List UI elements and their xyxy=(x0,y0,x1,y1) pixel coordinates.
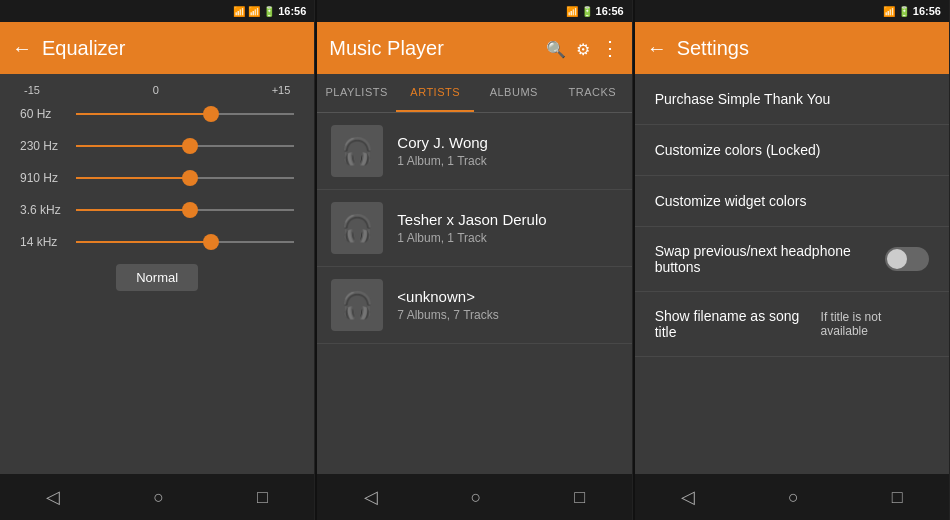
eq-thumb-1[interactable] xyxy=(182,138,198,154)
equalizer-content: -15 0 +15 60 Hz230 Hz910 Hz3.6 kHz14 kHz… xyxy=(0,74,314,474)
artist-info-2: <unknown>7 Albums, 7 Tracks xyxy=(397,288,498,322)
headphones-icon-2: 🎧 xyxy=(341,290,373,321)
artist-sub-2: 7 Albums, 7 Tracks xyxy=(397,308,498,322)
eq-band-row-4: 14 kHz xyxy=(20,232,294,252)
settings-label-0: Purchase Simple Thank You xyxy=(655,91,831,107)
tab-albums[interactable]: ALBUMS xyxy=(474,74,553,112)
settings-item-2[interactable]: Customize widget colors xyxy=(635,176,949,227)
tab-artists[interactable]: ARTISTS xyxy=(396,74,475,112)
eq-band-row-0: 60 Hz xyxy=(20,104,294,124)
artist-item-1[interactable]: 🎧Tesher x Jason Derulo1 Album, 1 Track xyxy=(317,190,631,267)
artist-item-2[interactable]: 🎧<unknown>7 Albums, 7 Tracks xyxy=(317,267,631,344)
wifi-icon-eq: 📶 xyxy=(248,6,260,17)
nav-back-mp[interactable]: ◁ xyxy=(344,478,398,516)
eq-band-label-4: 14 kHz xyxy=(20,235,68,249)
settings-item-1[interactable]: Customize colors (Locked) xyxy=(635,125,949,176)
music-player-panel: 📶 🔋 16:56 Music Player PLAYLISTS ARTISTS… xyxy=(317,0,632,520)
artist-name-0: Cory J. Wong xyxy=(397,134,488,151)
headphones-icon-1: 🎧 xyxy=(341,213,373,244)
time-eq: 16:56 xyxy=(278,5,306,17)
eq-thumb-4[interactable] xyxy=(203,234,219,250)
nav-recent-st[interactable]: □ xyxy=(872,479,923,516)
status-icons-eq: 📶 📶 🔋 16:56 xyxy=(233,5,306,17)
eq-band-label-0: 60 Hz xyxy=(20,107,68,121)
eq-thumb-0[interactable] xyxy=(203,106,219,122)
eq-scale: -15 0 +15 xyxy=(20,84,294,96)
eq-slider-1[interactable] xyxy=(76,136,294,156)
status-bar-eq: 📶 📶 🔋 16:56 xyxy=(0,0,314,22)
more-menu-button-mp[interactable] xyxy=(600,36,620,60)
eq-thumb-3[interactable] xyxy=(182,202,198,218)
battery-icon-eq: 🔋 xyxy=(263,6,275,17)
battery-icon-st: 🔋 xyxy=(898,6,910,17)
eq-band-label-1: 230 Hz xyxy=(20,139,68,153)
headphones-icon-0: 🎧 xyxy=(341,136,373,167)
music-player-title: Music Player xyxy=(329,37,535,60)
nav-bar-eq: ◁ ○ □ xyxy=(0,474,314,520)
music-player-app-bar: Music Player xyxy=(317,22,631,74)
eq-preset-button[interactable]: Normal xyxy=(116,264,198,291)
nav-bar-st: ◁ ○ □ xyxy=(635,474,949,520)
artist-item-0[interactable]: 🎧Cory J. Wong1 Album, 1 Track xyxy=(317,113,631,190)
time-st: 16:56 xyxy=(913,5,941,17)
artist-avatar-1: 🎧 xyxy=(331,202,383,254)
battery-icon-mp: 🔋 xyxy=(581,6,593,17)
nav-home-st[interactable]: ○ xyxy=(768,479,819,516)
signal-icon-eq: 📶 xyxy=(233,6,245,17)
settings-item-3[interactable]: Swap previous/next headphone buttons xyxy=(635,227,949,292)
status-bar-st: 📶 🔋 16:56 xyxy=(635,0,949,22)
artist-name-1: Tesher x Jason Derulo xyxy=(397,211,546,228)
artist-info-0: Cory J. Wong1 Album, 1 Track xyxy=(397,134,488,168)
eq-slider-0[interactable] xyxy=(76,104,294,124)
nav-home-eq[interactable]: ○ xyxy=(133,479,184,516)
nav-back-eq[interactable]: ◁ xyxy=(26,478,80,516)
back-button-eq[interactable] xyxy=(12,37,32,60)
music-tab-bar: PLAYLISTS ARTISTS ALBUMS TRACKS xyxy=(317,74,631,113)
settings-row-3: Swap previous/next headphone buttons xyxy=(655,243,929,275)
nav-back-st[interactable]: ◁ xyxy=(661,478,715,516)
eq-band-row-3: 3.6 kHz xyxy=(20,200,294,220)
eq-slider-2[interactable] xyxy=(76,168,294,188)
back-button-st[interactable] xyxy=(647,37,667,60)
eq-band-label-3: 3.6 kHz xyxy=(20,203,68,217)
tab-playlists[interactable]: PLAYLISTS xyxy=(317,74,396,112)
settings-panel: 📶 🔋 16:56 Settings Purchase Simple Thank… xyxy=(635,0,950,520)
signal-icon-mp: 📶 xyxy=(566,6,578,17)
nav-recent-eq[interactable]: □ xyxy=(237,479,288,516)
eq-thumb-2[interactable] xyxy=(182,170,198,186)
settings-item-4[interactable]: Show filename as song titleIf title is n… xyxy=(635,292,949,357)
artist-avatar-0: 🎧 xyxy=(331,125,383,177)
artist-list: 🎧Cory J. Wong1 Album, 1 Track🎧Tesher x J… xyxy=(317,113,631,474)
signal-icon-st: 📶 xyxy=(883,6,895,17)
toggle-switch-3[interactable] xyxy=(885,247,929,271)
search-button-mp[interactable] xyxy=(546,37,566,60)
settings-content: Purchase Simple Thank YouCustomize color… xyxy=(635,74,949,474)
nav-recent-mp[interactable]: □ xyxy=(554,479,605,516)
eq-scale-min: -15 xyxy=(24,84,40,96)
settings-label-1: Customize colors (Locked) xyxy=(655,142,821,158)
eq-slider-3[interactable] xyxy=(76,200,294,220)
time-mp: 16:56 xyxy=(596,5,624,17)
settings-row-4: Show filename as song titleIf title is n… xyxy=(655,308,929,340)
eq-sliders-area: -15 0 +15 60 Hz230 Hz910 Hz3.6 kHz14 kHz… xyxy=(0,74,314,474)
settings-label-4: Show filename as song title xyxy=(655,308,821,340)
artist-name-2: <unknown> xyxy=(397,288,498,305)
equalizer-title: Equalizer xyxy=(42,37,302,60)
filter-button-mp[interactable] xyxy=(576,37,590,60)
equalizer-app-bar: Equalizer xyxy=(0,22,314,74)
nav-bar-mp: ◁ ○ □ xyxy=(317,474,631,520)
tab-tracks[interactable]: TRACKS xyxy=(553,74,632,112)
eq-slider-4[interactable] xyxy=(76,232,294,252)
settings-label-3: Swap previous/next headphone buttons xyxy=(655,243,885,275)
toggle-knob-3 xyxy=(887,249,907,269)
settings-label-2: Customize widget colors xyxy=(655,193,807,209)
eq-scale-max: +15 xyxy=(272,84,291,96)
equalizer-panel: 📶 📶 🔋 16:56 Equalizer -15 0 +15 60 Hz230… xyxy=(0,0,315,520)
nav-home-mp[interactable]: ○ xyxy=(451,479,502,516)
settings-app-bar: Settings xyxy=(635,22,949,74)
eq-bands-container: 60 Hz230 Hz910 Hz3.6 kHz14 kHz xyxy=(20,104,294,252)
eq-band-label-2: 910 Hz xyxy=(20,171,68,185)
artist-sub-0: 1 Album, 1 Track xyxy=(397,154,488,168)
eq-band-row-1: 230 Hz xyxy=(20,136,294,156)
settings-item-0[interactable]: Purchase Simple Thank You xyxy=(635,74,949,125)
